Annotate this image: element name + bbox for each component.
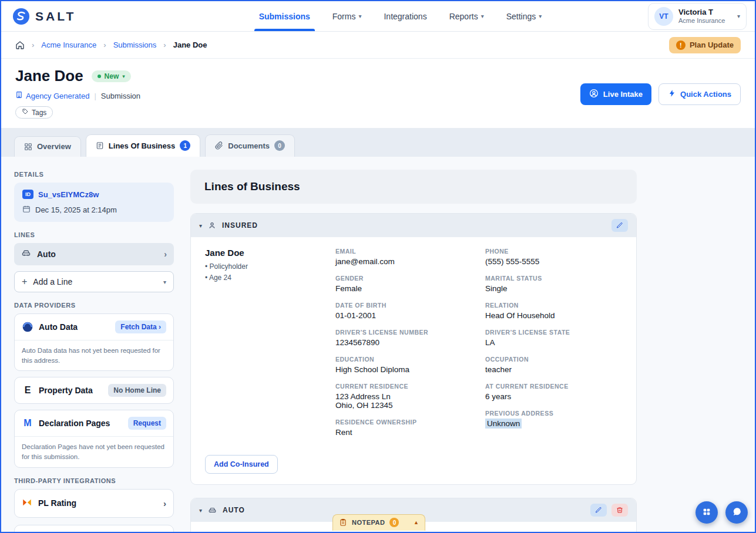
insured-name: Jane Doe — [205, 248, 322, 258]
fetch-data-button[interactable]: Fetch Data › — [115, 321, 166, 333]
collapse-chevron-icon[interactable]: ▾ — [199, 222, 202, 229]
nav-submissions[interactable]: Submissions — [259, 1, 310, 31]
tag-icon — [22, 108, 29, 117]
submission-header: Jane Doe New ▾ Agency Generated | Submis… — [1, 59, 755, 128]
tags-button[interactable]: Tags — [15, 106, 53, 119]
nav-label: Reports — [449, 12, 478, 21]
insured-fields-left: EMAILjane@email.com GENDERFemale DATE OF… — [335, 248, 472, 446]
live-intake-button[interactable]: Live Intake — [580, 83, 651, 105]
warning-icon: ! — [676, 41, 686, 50]
content-area: DETAILS ID Su_vsEIYMCz8w Dec 15, 2025 at… — [1, 157, 755, 533]
edit-insured-button[interactable] — [611, 219, 628, 232]
field-value: Rent — [335, 428, 472, 437]
collapse-chevron-icon[interactable]: ▾ — [199, 507, 202, 514]
chevron-right-icon: › — [103, 41, 106, 49]
brand-name: SALT — [35, 9, 76, 23]
nav-forms[interactable]: Forms▾ — [332, 1, 362, 31]
chevron-up-icon: ▲ — [414, 519, 419, 525]
tab-count-badge: 1 — [180, 140, 190, 151]
insured-body: Jane Doe Policyholder Age 24 EMAILjane@e… — [191, 237, 636, 455]
plan-update-badge[interactable]: ! Plan Update — [669, 37, 741, 53]
avatar: VT — [654, 7, 673, 26]
tab-documents[interactable]: Documents 0 — [205, 134, 295, 157]
add-line-button[interactable]: + Add a Line ▾ — [14, 271, 174, 292]
field-date-of-birth: DATE OF BIRTH01-01-2001 — [335, 302, 472, 320]
field-value: 01-01-2001 — [335, 311, 472, 320]
top-navbar: SALT Submissions Forms▾ Integrations Rep… — [1, 1, 755, 32]
id-badge: ID — [22, 190, 33, 199]
chat-fab-button[interactable] — [725, 501, 748, 524]
insured-card-header: ▾ INSURED — [191, 214, 636, 237]
nav-settings[interactable]: Settings▾ — [506, 1, 542, 31]
delete-auto-button[interactable] — [611, 504, 628, 517]
user-menu[interactable]: VT Victoria T Acme Insurance ▾ — [648, 3, 747, 30]
field-label: EDUCATION — [335, 356, 472, 363]
notepad-count-badge: 0 — [389, 518, 399, 527]
no-home-line-badge: No Home Line — [108, 384, 166, 397]
submission-type: Submission — [101, 92, 140, 100]
live-intake-label: Live Intake — [603, 90, 643, 99]
breadcrumb-submissions[interactable]: Submissions — [113, 41, 157, 49]
lines-section-label: LINES — [14, 231, 174, 238]
chevron-down-icon: ▾ — [539, 13, 542, 19]
nav-integrations[interactable]: Integrations — [384, 1, 426, 31]
car-icon — [21, 248, 31, 260]
edit-auto-button[interactable] — [590, 504, 607, 517]
field-label: AT CURRENT RESIDENCE — [485, 383, 622, 390]
nav-label: Settings — [506, 12, 536, 21]
chat-bubble-icon — [732, 507, 742, 518]
person-icon — [208, 221, 216, 230]
request-button[interactable]: Request — [128, 417, 166, 430]
person-circle-icon — [589, 89, 599, 100]
integration-gaya[interactable]: G Gaya.ai › — [14, 525, 174, 533]
field-value: Single — [485, 284, 622, 293]
tab-count-badge: 0 — [274, 140, 285, 151]
chevron-down-icon: ▾ — [122, 73, 125, 79]
tags-label: Tags — [32, 109, 46, 117]
field-value: 1234567890 — [335, 338, 472, 347]
field-relation: RELATIONHead Of Household — [485, 302, 622, 320]
breadcrumb-current: Jane Doe — [173, 41, 207, 49]
field-drivers-license-number: DRIVER'S LICENSE NUMBER1234567890 — [335, 329, 472, 347]
nav-reports[interactable]: Reports▾ — [449, 1, 484, 31]
quick-actions-button[interactable]: Quick Actions — [658, 83, 741, 105]
nav-label: Forms — [332, 12, 356, 21]
field-value: (555) 555-5555 — [485, 257, 622, 266]
provider-note: Auto Data data has not yet been requeste… — [15, 340, 173, 370]
tab-overview[interactable]: Overview — [14, 136, 81, 157]
status-badge[interactable]: New ▾ — [92, 70, 131, 82]
breadcrumb-org[interactable]: Acme Insurance — [41, 41, 96, 49]
field-value: Female — [335, 284, 472, 293]
declaration-pages-logo-icon: M — [22, 417, 33, 429]
field-label: OCCUPATION — [485, 356, 622, 363]
property-data-card: E Property Data No Home Line — [14, 377, 174, 404]
integration-pl-rating[interactable]: PL Rating › — [14, 489, 174, 518]
plan-update-label: Plan Update — [690, 41, 734, 49]
page-title: Jane Doe — [15, 67, 83, 85]
chevron-down-icon: ▾ — [737, 13, 740, 19]
auto-data-logo-icon — [22, 321, 33, 333]
auto-data-card: Auto Data Fetch Data › Auto Data data ha… — [14, 313, 174, 371]
section-title: Lines of Business — [204, 180, 623, 193]
submission-id[interactable]: Su_vsEIYMCz8w — [38, 190, 99, 199]
tab-label: Lines Of Business — [109, 141, 175, 150]
line-item-auto[interactable]: Auto › — [14, 243, 174, 265]
quick-actions-label: Quick Actions — [680, 90, 731, 99]
chevron-down-icon: ▾ — [358, 13, 361, 19]
add-co-insured-button[interactable]: Add Co-Insured — [205, 455, 278, 474]
home-icon[interactable] — [15, 41, 25, 50]
details-card: ID Su_vsEIYMCz8w Dec 15, 2025 at 2:14pm — [14, 183, 174, 222]
insured-bullet: Age 24 — [205, 272, 322, 284]
floating-buttons — [695, 501, 748, 524]
apps-fab-button[interactable] — [695, 501, 718, 524]
notepad-tab[interactable]: NOTEPAD 0 ▲ — [332, 514, 425, 531]
nav-label: Submissions — [259, 12, 310, 21]
tab-lines-of-business[interactable]: Lines Of Business 1 — [86, 134, 200, 157]
field-value: Head Of Household — [485, 311, 622, 320]
form-icon — [96, 141, 104, 150]
agency-generated-link[interactable]: Agency Generated — [15, 91, 89, 100]
notepad-icon — [339, 518, 347, 527]
tab-label: Overview — [37, 142, 71, 151]
brand: SALT — [12, 7, 153, 26]
field-phone: PHONE(555) 555-5555 — [485, 248, 622, 266]
